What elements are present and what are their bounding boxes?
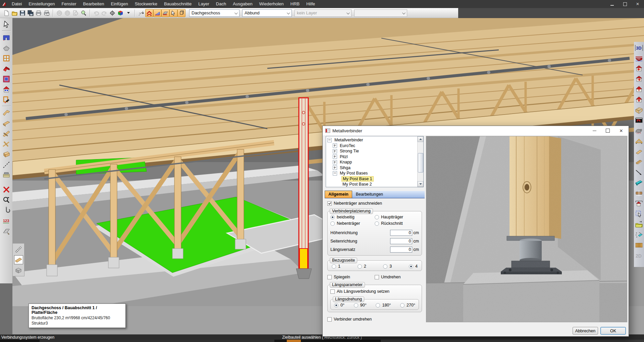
turn-checkbox[interactable] xyxy=(375,275,379,279)
turn-row[interactable]: Umdrehen xyxy=(375,274,400,280)
panel-tool-button[interactable] xyxy=(2,74,11,83)
radio-rot-270[interactable]: 270° xyxy=(400,303,415,307)
scroll-down-button[interactable] xyxy=(418,181,423,187)
truss-wood-button[interactable] xyxy=(635,137,644,146)
roof-mode-toggle[interactable] xyxy=(145,9,153,17)
tree-item-sihga[interactable]: Sihga xyxy=(327,165,423,171)
truss-red-icon-button[interactable] xyxy=(635,54,644,63)
tree-scrollbar[interactable] xyxy=(417,136,423,187)
center-view-button[interactable] xyxy=(108,9,116,17)
view-cube-button[interactable] xyxy=(116,9,124,17)
zoom-page-icon[interactable] xyxy=(71,9,79,17)
radio-haupttraeger[interactable]: Hauptträger xyxy=(375,215,419,219)
cut-secondary-row[interactable]: Nebenträger anschneiden xyxy=(327,200,422,206)
hoehenrichtung-input[interactable] xyxy=(390,230,412,236)
menu-datei[interactable]: Datei xyxy=(8,0,25,8)
expand-icon[interactable] xyxy=(333,160,337,164)
as-length-connection-row[interactable]: Als Längsverbindung setzen xyxy=(330,288,419,294)
collapse-icon[interactable] xyxy=(333,171,337,176)
radio-rot-0[interactable]: 0° xyxy=(334,303,344,307)
timber-truss-tool-button[interactable] xyxy=(2,139,11,148)
numbering-tool-button[interactable]: 123 xyxy=(2,216,11,225)
ok-button[interactable]: OK xyxy=(600,327,626,335)
menu-hilfe[interactable]: Hilfe xyxy=(303,0,318,8)
menu-wiederholen[interactable]: Wiederholen xyxy=(256,0,287,8)
menu-fenster[interactable]: Fenster xyxy=(58,0,79,8)
hook-tool-button[interactable] xyxy=(2,206,11,215)
cut-secondary-checkbox[interactable] xyxy=(327,201,332,206)
mirror-checkbox[interactable] xyxy=(327,275,332,279)
zoom-in-button[interactable] xyxy=(79,9,88,17)
view-3d-button[interactable]: 3D xyxy=(635,43,644,52)
undo-button[interactable] xyxy=(92,9,100,17)
flip-connector-checkbox[interactable] xyxy=(327,317,332,322)
section-icon-button[interactable] xyxy=(635,178,644,187)
zoom-window-icon[interactable] xyxy=(63,9,71,17)
view-cube-dropdown[interactable] xyxy=(124,9,132,17)
hatch-2-tool-button[interactable] xyxy=(14,245,23,254)
collapse-icon[interactable] xyxy=(327,138,332,142)
radio-side-1[interactable]: 1 xyxy=(332,264,340,269)
timber-board-tool-button[interactable] xyxy=(2,119,11,128)
line-icon-button[interactable] xyxy=(635,168,644,177)
block-tool-button[interactable] xyxy=(14,266,23,275)
view-2d-button[interactable]: 2D xyxy=(635,251,644,260)
house-right-button[interactable] xyxy=(635,74,644,83)
radio-side-4[interactable]: 4 xyxy=(409,264,418,269)
mode-combobox[interactable]: Abbund xyxy=(242,9,292,17)
save-button[interactable] xyxy=(18,9,26,17)
storey-combobox[interactable]: Dachgeschoss xyxy=(189,9,239,17)
dialog-title-bar[interactable]: Metallverbinder ✕ xyxy=(323,126,629,135)
board-tool-button-active[interactable] xyxy=(14,255,23,264)
expand-icon[interactable] xyxy=(333,143,337,148)
select-tool-button[interactable] xyxy=(2,20,11,29)
as-length-connection-checkbox[interactable] xyxy=(330,289,335,294)
roof-corner-tool-button[interactable] xyxy=(2,64,11,73)
zoom-previous-icon[interactable] xyxy=(55,9,63,17)
expand-icon[interactable] xyxy=(333,149,337,153)
close-button[interactable]: ✕ xyxy=(631,0,644,8)
print-preview-button[interactable] xyxy=(43,9,51,17)
tab-bearbeitungen[interactable]: Bearbeitungen xyxy=(352,191,387,198)
tree-item-knapp[interactable]: Knapp xyxy=(327,159,423,165)
menu-bearbeiten[interactable]: Bearbeiten xyxy=(80,0,108,8)
select-mode-toggle[interactable] xyxy=(169,9,177,17)
opening-button[interactable] xyxy=(635,116,644,125)
seitenrichtung-input[interactable] xyxy=(390,238,412,244)
dashed-line-tool-button[interactable] xyxy=(2,160,11,169)
house-up-button[interactable] xyxy=(635,85,644,94)
measure-tool-button[interactable] xyxy=(137,9,145,17)
tree-item-my-post-bases[interactable]: My Post Bases xyxy=(327,170,423,176)
export-folder-button[interactable] xyxy=(635,220,644,229)
beam-icon-button[interactable] xyxy=(635,157,644,166)
wall-tool-button[interactable] xyxy=(2,33,11,42)
menu-stockwerke[interactable]: Stockwerke xyxy=(131,0,161,8)
radio-nebentraeger[interactable]: Nebenträger xyxy=(330,221,375,226)
house-down-button[interactable] xyxy=(635,95,644,104)
print-button[interactable] xyxy=(35,9,43,17)
dialog-close-button[interactable]: ✕ xyxy=(614,126,628,135)
find-part-tool-button[interactable] xyxy=(2,195,11,204)
radio-side-3[interactable]: 3 xyxy=(383,264,392,269)
mirror-row[interactable]: Spiegeln xyxy=(327,274,375,280)
crate-button[interactable] xyxy=(635,106,644,115)
tree-item-strong-tie[interactable]: Strong Tie xyxy=(327,148,423,154)
menu-layer[interactable]: Layer xyxy=(195,0,213,8)
scroll-up-button[interactable] xyxy=(418,136,423,142)
layer-hatch-toggle[interactable] xyxy=(161,9,169,17)
maximize-button[interactable] xyxy=(619,0,631,8)
flip-connector-row[interactable]: Verbinder umdrehen xyxy=(327,316,422,322)
radio-side-2[interactable]: 2 xyxy=(358,264,366,269)
scroll-thumb[interactable] xyxy=(418,153,423,173)
board-icon-button[interactable] xyxy=(635,147,644,156)
laengsversatz-input[interactable] xyxy=(390,247,412,253)
tab-allgemein[interactable]: Allgemein xyxy=(325,191,352,198)
tree-item-metallverbinder[interactable]: Metallverbinder xyxy=(327,137,423,143)
wireframe-box-toggle[interactable] xyxy=(177,9,185,17)
expand-icon[interactable] xyxy=(333,165,337,170)
radio-rot-90[interactable]: 90° xyxy=(354,303,367,307)
roof-tool-button[interactable] xyxy=(2,43,11,52)
menu-einfuegen[interactable]: Einfügen xyxy=(107,0,131,8)
tree-item-my-post-base-2[interactable]: My Post Base 2 xyxy=(327,182,423,187)
dialog-minimize-button[interactable] xyxy=(588,126,601,135)
